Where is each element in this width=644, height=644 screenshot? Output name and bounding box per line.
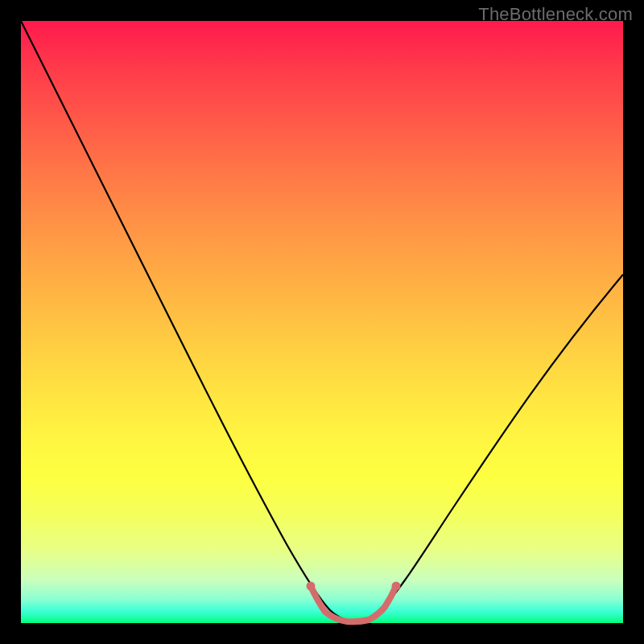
marker-dot-left <box>307 582 316 591</box>
bottleneck-curve <box>21 21 623 621</box>
plot-area <box>21 21 623 623</box>
curve-layer <box>21 21 623 623</box>
marker-dot-right <box>392 582 401 591</box>
optimal-zone-marker <box>311 586 396 621</box>
chart-frame: TheBottleneck.com <box>0 0 644 644</box>
